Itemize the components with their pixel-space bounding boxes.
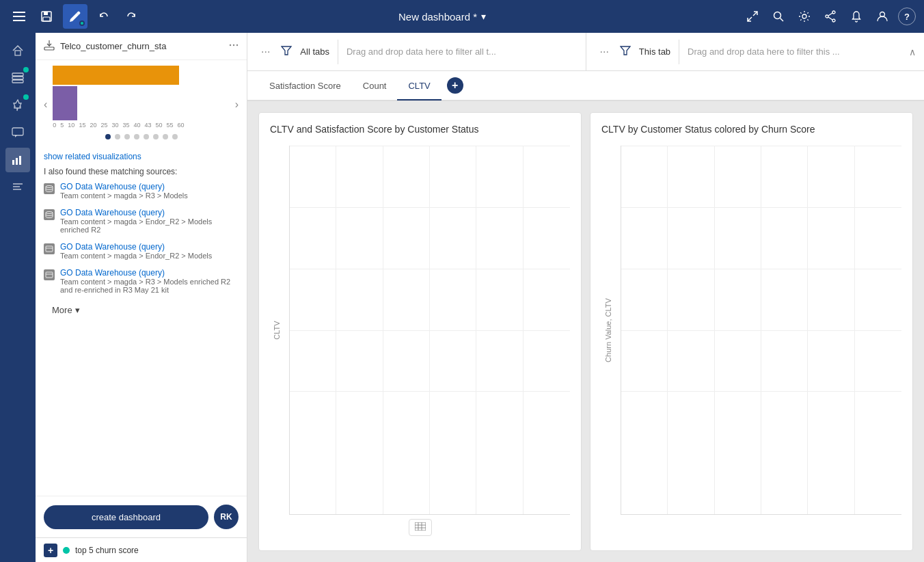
create-dashboard-button[interactable]: create dashboard — [44, 505, 208, 529]
chart-preview: ‹ 051015202530354043505560 — [36, 60, 247, 149]
chart-dot-1[interactable] — [105, 134, 111, 139]
source-item-1: GO Data Warehouse (query) Team content >… — [44, 182, 239, 200]
svg-marker-39 — [621, 46, 630, 55]
source-db-icon-1 — [44, 183, 55, 194]
chart-2-grid — [621, 146, 901, 515]
chart-2-grid-cells — [621, 146, 901, 515]
svg-point-31 — [236, 44, 238, 46]
this-tab-label: This tab — [639, 46, 670, 57]
svg-line-15 — [828, 17, 832, 20]
bell-icon[interactable] — [846, 6, 867, 27]
expand-icon[interactable] — [742, 6, 763, 27]
dashboard-title: New dashboard * — [398, 11, 477, 23]
add-tab-button[interactable]: + — [44, 544, 57, 557]
user-icon[interactable] — [872, 6, 893, 27]
chart-2-y-label: Churn Value, CLTV — [604, 298, 612, 362]
chart-axis: 051015202530354043505560 — [53, 120, 229, 130]
bottom-bar: + top 5 churn score — [36, 537, 247, 562]
sidebar-item-text[interactable] — [5, 175, 30, 200]
share-icon[interactable] — [820, 6, 841, 27]
chart-dot-8[interactable] — [172, 134, 178, 139]
source-link-2[interactable]: GO Data Warehouse (query) — [60, 208, 239, 217]
svg-point-33 — [46, 212, 53, 214]
help-icon[interactable]: ? — [898, 8, 916, 25]
svg-rect-24 — [19, 156, 21, 165]
sidebar-item-data[interactable] — [5, 66, 30, 90]
panel-filename: Telco_customer_churn_sta — [60, 41, 223, 51]
chart-1-y-label: CLTV — [273, 321, 281, 339]
sidebar-item-pin[interactable] — [5, 93, 30, 118]
tabs-bar: Satisfaction Score Count CLTV + — [247, 71, 924, 101]
source-item-4: GO Data Warehouse (query) Team content >… — [44, 268, 239, 294]
matching-sources: I also found these matching sources: GO … — [36, 167, 247, 318]
edit-dot — [79, 21, 85, 26]
all-tabs-options-button[interactable]: ··· — [258, 43, 273, 61]
svg-rect-2 — [13, 20, 25, 21]
chart-dot-5[interactable] — [144, 134, 149, 139]
redo-icon[interactable] — [120, 5, 142, 27]
main-layout: Telco_customer_churn_sta ‹ — [0, 33, 924, 562]
source-link-1[interactable]: GO Data Warehouse (query) — [60, 182, 188, 191]
search-icon[interactable] — [768, 6, 789, 27]
this-tab-filter-icon — [620, 45, 631, 58]
tab-satisfaction-score[interactable]: Satisfaction Score — [258, 72, 352, 101]
source-link-3[interactable]: GO Data Warehouse (query) — [60, 242, 212, 252]
title-chevron[interactable]: ▾ — [481, 11, 486, 22]
upload-icon — [44, 40, 55, 53]
panel-header: Telco_customer_churn_sta — [36, 33, 247, 60]
chart-bar-orange — [53, 66, 179, 85]
chart-1-table-button[interactable] — [409, 519, 432, 536]
chart-dot-7[interactable] — [163, 134, 168, 139]
chart-nav: ‹ 051015202530354043505560 — [44, 66, 239, 144]
matching-title: I also found these matching sources: — [44, 167, 239, 176]
chart-dot-6[interactable] — [153, 134, 159, 139]
tab-count[interactable]: Count — [352, 72, 398, 101]
panel-options-icon[interactable] — [229, 40, 239, 52]
chart-bar-purple — [53, 86, 77, 120]
user-avatar-button[interactable]: RK — [214, 505, 239, 529]
this-tab-filter-separator — [679, 40, 679, 64]
svg-point-30 — [233, 44, 234, 46]
dashboard-title-section: New dashboard * ▾ — [148, 11, 737, 23]
collapse-button[interactable]: ∧ — [909, 46, 916, 57]
source-link-4[interactable]: GO Data Warehouse (query) — [60, 268, 239, 278]
svg-marker-38 — [282, 46, 291, 55]
add-tab-icon-button[interactable]: + — [447, 77, 463, 94]
save-icon[interactable] — [36, 5, 57, 27]
menu-icon[interactable] — [8, 5, 30, 27]
svg-rect-36 — [46, 272, 53, 278]
svg-point-12 — [826, 15, 828, 18]
side-panel: Telco_customer_churn_sta ‹ — [36, 33, 247, 562]
svg-rect-5 — [43, 17, 50, 21]
chart-1-bottom — [270, 515, 570, 539]
source-path-3: Team content > magda > Endor_R2 > Models — [60, 252, 212, 260]
sidebar-item-home[interactable] — [5, 38, 30, 63]
settings-icon[interactable] — [794, 6, 815, 27]
chart-2-body: Churn Value, CLTV — [601, 146, 901, 515]
svg-line-7 — [748, 17, 752, 21]
undo-icon[interactable] — [93, 5, 115, 27]
edit-icon[interactable] — [63, 4, 87, 29]
sidebar-item-chat[interactable] — [5, 120, 30, 145]
chart-dot-2[interactable] — [115, 134, 120, 139]
chart-card-2: CLTV by Customer Status colored by Churn… — [590, 112, 913, 551]
svg-point-13 — [832, 19, 835, 22]
this-tab-options-button[interactable]: ··· — [597, 43, 612, 61]
chart-dot-3[interactable] — [124, 134, 130, 139]
chart-dot-4[interactable] — [134, 134, 139, 139]
tab-cltv[interactable]: CLTV — [397, 72, 441, 101]
chart-2-title: CLTV by Customer Status colored by Churn… — [601, 124, 901, 135]
chart-1-grid-cells — [289, 146, 570, 515]
right-icons: ? — [742, 6, 916, 27]
source-path-2: Team content > magda > Endor_R2 > Models… — [60, 217, 239, 234]
chart-next-button[interactable]: › — [235, 98, 239, 111]
svg-point-8 — [774, 12, 781, 19]
show-related-link[interactable]: show related visualizations — [36, 149, 247, 167]
more-button[interactable]: More ▾ — [44, 302, 88, 318]
svg-rect-20 — [12, 80, 23, 83]
source-item-2: GO Data Warehouse (query) Team content >… — [44, 208, 239, 234]
svg-rect-19 — [12, 77, 23, 79]
sidebar-item-chart[interactable] — [5, 148, 30, 172]
chart-1-title: CLTV and Satisfaction Score by Customer … — [270, 124, 570, 135]
svg-line-6 — [753, 12, 757, 16]
